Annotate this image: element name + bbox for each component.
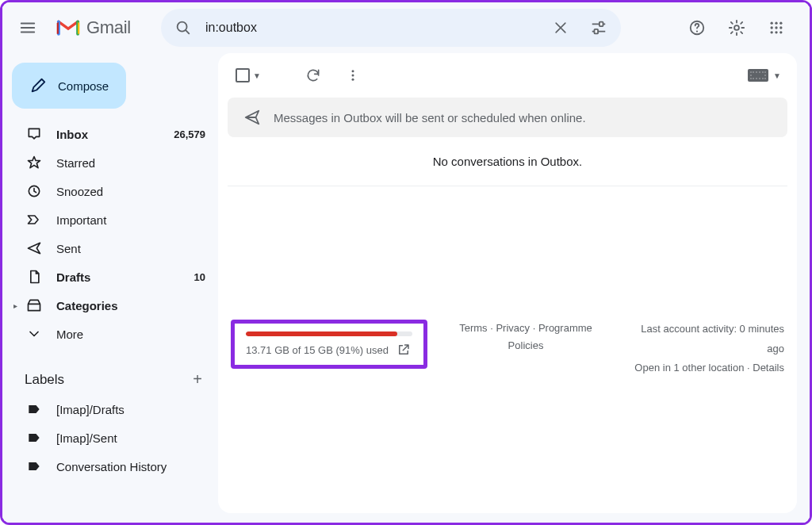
sidebar-item-categories[interactable]: Categories bbox=[9, 291, 218, 320]
svg-point-11 bbox=[779, 26, 782, 29]
select-all-checkbox[interactable]: ▼ bbox=[231, 63, 266, 87]
nav-label: More bbox=[56, 328, 191, 341]
add-label-button[interactable]: + bbox=[193, 370, 202, 389]
details-link[interactable]: Details bbox=[753, 362, 784, 374]
label-text: [Imap]/Drafts bbox=[56, 403, 205, 416]
label-icon bbox=[26, 458, 42, 474]
sidebar-item-snoozed[interactable]: Snoozed bbox=[9, 177, 218, 205]
keyboard-icon bbox=[748, 69, 768, 82]
nav-label: Categories bbox=[56, 299, 191, 312]
categories-icon bbox=[26, 297, 42, 313]
nav-label: Important bbox=[56, 213, 191, 227]
svg-point-17 bbox=[351, 75, 354, 77]
storage-text: 13.71 GB of 15 GB (91%) used bbox=[246, 344, 389, 356]
labels-title: Labels bbox=[25, 372, 64, 388]
inbox-icon bbox=[26, 126, 42, 142]
refresh-button[interactable] bbox=[297, 59, 329, 91]
terms-link[interactable]: Terms bbox=[459, 322, 487, 334]
nav-label: Snoozed bbox=[56, 185, 191, 198]
app-name: Gmail bbox=[86, 17, 131, 38]
search-bar bbox=[161, 9, 621, 47]
more-actions-button[interactable] bbox=[337, 59, 369, 91]
svg-point-5 bbox=[734, 25, 739, 30]
nav-label: Starred bbox=[56, 156, 191, 170]
checkbox-icon bbox=[236, 68, 250, 82]
svg-point-14 bbox=[779, 31, 782, 33]
main: ▼ ▼ bbox=[218, 53, 810, 523]
hamburger-icon bbox=[19, 19, 36, 36]
support-button[interactable] bbox=[680, 10, 714, 45]
nav-list: Inbox26,579StarredSnoozedImportantSentDr… bbox=[9, 120, 218, 348]
search-input[interactable] bbox=[205, 21, 538, 35]
svg-point-18 bbox=[351, 79, 354, 81]
gmail-logo[interactable]: Gmail bbox=[53, 17, 155, 38]
nav-label: Sent bbox=[56, 242, 191, 255]
pencil-icon bbox=[29, 77, 47, 94]
privacy-link[interactable]: Privacy bbox=[496, 322, 530, 334]
toolbar: ▼ ▼ bbox=[218, 53, 797, 98]
label-text: [Imap]/Sent bbox=[56, 431, 205, 445]
label-icon bbox=[26, 401, 42, 417]
nav-count: 10 bbox=[194, 271, 205, 283]
drafts-icon bbox=[26, 269, 42, 285]
label-text: Conversation History bbox=[56, 460, 205, 473]
more-vert-icon bbox=[346, 68, 360, 82]
sidebar-item-sent[interactable]: Sent bbox=[9, 234, 218, 262]
sidebar-item-drafts[interactable]: Drafts10 bbox=[9, 262, 218, 291]
send-outline-icon bbox=[243, 109, 261, 126]
apps-icon bbox=[768, 20, 784, 36]
nav-count: 26,579 bbox=[174, 128, 205, 140]
footer-links: Terms · Privacy · Programme Policies bbox=[446, 320, 605, 354]
activity-info: Last account activity: 0 minutes ago Ope… bbox=[624, 320, 784, 378]
compose-button[interactable]: Compose bbox=[12, 63, 126, 109]
nav-label: Inbox bbox=[56, 128, 159, 141]
svg-point-7 bbox=[775, 22, 777, 25]
snooze-icon bbox=[26, 183, 42, 199]
nav-label: Drafts bbox=[56, 270, 180, 284]
refresh-icon bbox=[305, 67, 321, 83]
main-menu-button[interactable] bbox=[9, 9, 47, 47]
apps-button[interactable] bbox=[759, 10, 794, 45]
svg-point-13 bbox=[775, 31, 777, 33]
footer: 13.71 GB of 15 GB (91%) used Terms · Pri… bbox=[218, 186, 797, 386]
sidebar-item-starred[interactable]: Starred bbox=[9, 148, 218, 177]
open-in-new-icon[interactable] bbox=[396, 343, 411, 357]
label-item[interactable]: Conversation History bbox=[9, 452, 218, 481]
svg-point-8 bbox=[779, 22, 782, 25]
outbox-banner: Messages in Outbox will be sent or sched… bbox=[228, 98, 787, 137]
header-actions bbox=[680, 10, 803, 45]
help-icon bbox=[688, 19, 706, 36]
compose-label: Compose bbox=[58, 79, 109, 93]
tune-icon bbox=[590, 19, 607, 36]
svg-point-12 bbox=[771, 31, 773, 33]
header: Gmail bbox=[2, 2, 810, 53]
star-icon bbox=[26, 155, 42, 171]
important-icon bbox=[26, 212, 42, 228]
search-button[interactable] bbox=[167, 12, 199, 44]
activity-line1: Last account activity: 0 minutes ago bbox=[624, 320, 784, 358]
gmail-logo-icon bbox=[56, 19, 80, 36]
open-locations-link[interactable]: Open in 1 other location bbox=[634, 362, 744, 374]
svg-rect-1 bbox=[599, 22, 603, 27]
labels-header: Labels + bbox=[9, 348, 218, 395]
sent-icon bbox=[26, 240, 42, 256]
chevron-down-icon: ▼ bbox=[773, 71, 781, 80]
storage-progress-fill bbox=[246, 331, 397, 336]
clear-search-button[interactable] bbox=[545, 12, 576, 44]
labels-list: [Imap]/Drafts[Imap]/SentConversation His… bbox=[9, 395, 218, 481]
settings-button[interactable] bbox=[719, 10, 754, 45]
svg-point-9 bbox=[771, 26, 773, 29]
label-item[interactable]: [Imap]/Sent bbox=[9, 423, 218, 452]
label-item[interactable]: [Imap]/Drafts bbox=[9, 395, 218, 423]
close-icon bbox=[553, 20, 569, 36]
sidebar-item-more[interactable]: More bbox=[9, 320, 218, 348]
sidebar-item-important[interactable]: Important bbox=[9, 205, 218, 234]
search-options-button[interactable] bbox=[583, 12, 615, 44]
sidebar: Compose Inbox26,579StarredSnoozedImporta… bbox=[2, 53, 218, 523]
search-icon bbox=[174, 19, 192, 36]
gear-icon bbox=[728, 19, 745, 36]
more-icon bbox=[26, 326, 42, 342]
input-tools-button[interactable]: ▼ bbox=[745, 59, 784, 91]
svg-point-6 bbox=[771, 22, 773, 25]
sidebar-item-inbox[interactable]: Inbox26,579 bbox=[9, 120, 218, 148]
